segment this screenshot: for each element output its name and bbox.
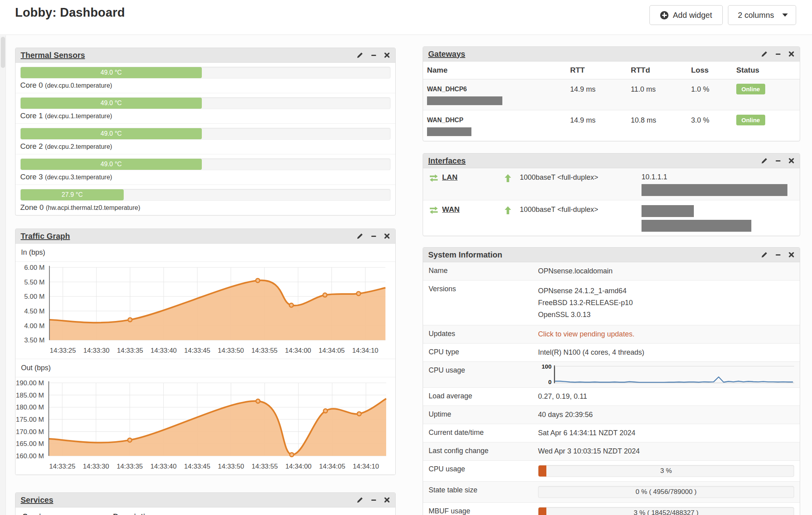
- sensor-label: Core 2 (dev.cpu.2.temperature): [20, 142, 391, 151]
- sensor-label: Zone 0 (hw.acpi.thermal.tz0.temperature): [20, 203, 391, 212]
- gateways-rows: WAN_DHCP614.9 ms11.0 ms1.0 %OnlineWAN_DH…: [423, 79, 800, 141]
- system-info-label: CPU usage: [429, 461, 538, 478]
- thermal-sensors-title[interactable]: Thermal Sensors: [21, 51, 85, 60]
- system-information-title: System Information: [428, 250, 502, 259]
- collapse-icon[interactable]: [775, 252, 781, 258]
- temperature-bar: 49.0 °C: [20, 67, 391, 79]
- svg-text:165.00 M: 165.00 M: [16, 440, 44, 448]
- gateway-rtt: 14.9 ms: [570, 115, 631, 125]
- sensor-label: Core 1 (dev.cpu.1.temperature): [20, 111, 391, 120]
- edit-icon[interactable]: [760, 157, 768, 165]
- interface-link-lan[interactable]: LAN: [442, 173, 504, 182]
- close-icon[interactable]: [384, 52, 390, 58]
- gateways-title[interactable]: Gateways: [428, 50, 465, 59]
- widget-header: Gateways: [423, 47, 800, 61]
- svg-text:14:34:00: 14:34:00: [285, 347, 311, 354]
- svg-text:14:33:35: 14:33:35: [117, 347, 143, 354]
- pending-updates-link[interactable]: Click to view pending updates.: [538, 330, 634, 338]
- edit-icon[interactable]: [356, 233, 364, 240]
- gateway-status-cell: Online: [736, 115, 800, 125]
- sparkline-axis-labels: 1000: [538, 365, 552, 384]
- system-info-value: Sat Apr 6 14:34:11 NZDT 2024: [538, 425, 794, 442]
- collapse-icon[interactable]: [370, 497, 377, 503]
- svg-text:180.00 M: 180.00 M: [16, 404, 44, 411]
- edit-icon[interactable]: [356, 52, 364, 59]
- widget-header: Interfaces: [423, 154, 800, 168]
- sensor-name: Core 1: [20, 111, 45, 120]
- gateways-col-status: Status: [736, 61, 800, 79]
- gateways-body: NameRTTRTTdLossStatusWAN_DHCP614.9 ms11.…: [423, 61, 800, 141]
- gateway-loss: 3.0 %: [691, 115, 736, 125]
- temperature-bar-fill: 49.0 °C: [21, 67, 202, 78]
- svg-text:14:33:30: 14:33:30: [83, 347, 109, 354]
- interface-address-cell: 10.1.1.1: [642, 173, 795, 196]
- columns-select[interactable]: 2 columns: [728, 5, 796, 25]
- columns-label: 2 columns: [738, 11, 774, 20]
- interfaces-title[interactable]: Interfaces: [428, 156, 466, 165]
- svg-text:14:34:00: 14:34:00: [285, 463, 312, 470]
- edit-icon[interactable]: [760, 50, 768, 58]
- svg-text:4.50 M: 4.50 M: [24, 307, 45, 315]
- redacted-ip: [427, 127, 471, 136]
- svg-text:14:33:45: 14:33:45: [184, 347, 211, 354]
- system-info-row: CPU typeIntel(R) N100 (4 cores, 4 thread…: [423, 344, 800, 362]
- interface-media: 1000baseT <full-duplex>: [520, 173, 642, 182]
- close-icon[interactable]: [788, 51, 795, 57]
- svg-text:160.00 M: 160.00 M: [16, 452, 44, 460]
- scrollbar-track: [0, 35, 6, 515]
- close-icon[interactable]: [384, 497, 390, 503]
- traffic-graph-title[interactable]: Traffic Graph: [21, 232, 70, 241]
- widget-interfaces: Interfaces LAN1000baseT <full-duplex>10.…: [423, 153, 800, 236]
- traffic-out-chart: 160.00 M165.00 M170.00 M175.00 M180.00 M…: [15, 377, 395, 475]
- close-icon[interactable]: [384, 233, 390, 239]
- gateway-name-cell: WAN_DHCP: [427, 115, 570, 136]
- edit-icon[interactable]: [356, 496, 364, 504]
- widget-header: Thermal Sensors: [15, 48, 395, 63]
- sensor-source: (dev.cpu.1.temperature): [45, 113, 112, 119]
- interfaces-body: LAN1000baseT <full-duplex>10.1.1.1WAN100…: [423, 168, 800, 236]
- cpu-usage-sparkline: [554, 365, 794, 384]
- svg-text:14:33:55: 14:33:55: [252, 463, 278, 470]
- svg-text:5.00 M: 5.00 M: [24, 293, 45, 300]
- usage-progress-text: 3 %: [538, 465, 794, 477]
- system-info-row: Uptime40 days 20:39:56: [423, 406, 800, 424]
- gateways-table-header: NameRTTRTTdLossStatus: [423, 61, 800, 79]
- svg-text:14:33:50: 14:33:50: [218, 463, 244, 470]
- thermal-sensor-row: 27.9 °CZone 0 (hw.acpi.thermal.tz0.tempe…: [15, 185, 395, 215]
- sensor-name: Core 3: [20, 173, 45, 181]
- redacted-address: [642, 205, 694, 217]
- svg-text:185.00 M: 185.00 M: [16, 392, 44, 399]
- sensor-source: (dev.cpu.2.temperature): [45, 143, 112, 150]
- edit-icon[interactable]: [760, 251, 768, 259]
- close-icon[interactable]: [788, 252, 795, 258]
- temperature-value: 49.0 °C: [101, 130, 122, 137]
- scrollbar-thumb[interactable]: [1, 37, 5, 68]
- system-info-row: CPU usage1000: [423, 362, 800, 388]
- collapse-icon[interactable]: [370, 52, 377, 59]
- svg-text:14:34:10: 14:34:10: [353, 463, 379, 470]
- close-icon[interactable]: [788, 158, 795, 164]
- collapse-icon[interactable]: [370, 233, 377, 240]
- gateway-rttd: 11.0 ms: [631, 85, 691, 94]
- redacted-address: [642, 220, 751, 232]
- redacted-address: [642, 184, 787, 196]
- collapse-icon[interactable]: [775, 51, 781, 58]
- collapse-icon[interactable]: [775, 158, 781, 164]
- svg-text:14:33:45: 14:33:45: [184, 463, 210, 470]
- services-title[interactable]: Services: [21, 496, 53, 505]
- add-widget-button[interactable]: Add widget: [649, 5, 723, 25]
- traffic-graph-body: In (bps)3.50 M4.00 M4.50 M5.00 M5.50 M6.…: [15, 244, 395, 475]
- interface-link-wan[interactable]: WAN: [442, 205, 504, 214]
- sensor-name: Zone 0: [20, 203, 46, 211]
- gateway-status-cell: Online: [736, 85, 800, 94]
- traffic-out-label: Out (bps): [15, 359, 395, 377]
- system-info-label: Name: [429, 262, 538, 279]
- caret-down-icon: [782, 13, 788, 17]
- temperature-bar: 27.9 °C: [20, 189, 391, 201]
- temperature-value: 49.0 °C: [101, 100, 122, 107]
- thermal-sensors-body: 49.0 °CCore 0 (dev.cpu.0.temperature)49.…: [15, 63, 395, 215]
- system-info-label: MBUF usage: [429, 503, 538, 515]
- services-col-service: Service: [23, 512, 113, 515]
- system-info-label: CPU usage: [429, 362, 538, 379]
- temperature-bar: 49.0 °C: [20, 97, 391, 109]
